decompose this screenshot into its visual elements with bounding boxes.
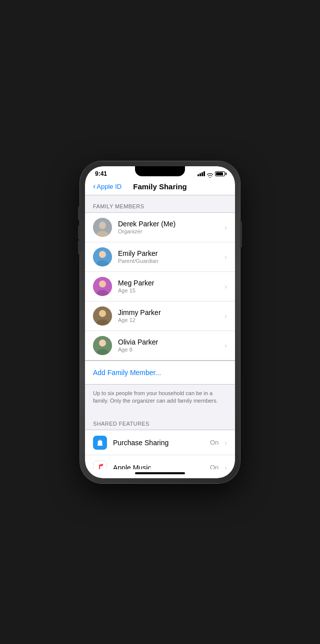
screen: 9:41 [85,166,235,478]
avatar-derek [93,218,112,237]
chevron-icon: › [224,464,227,469]
olivia-subtitle: Age 8 [118,347,220,353]
apple-music-status: On [210,464,218,469]
family-members-header: FAMILY MEMBERS [85,195,235,212]
avatar-meg [93,277,112,296]
apple-music-name: Apple Music [113,464,210,469]
page-title: Family Sharing [133,182,187,191]
olivia-info: Olivia Parker Age 8 [118,338,220,353]
shared-features-list: Purchase Sharing On › [85,430,235,469]
back-label: Apple ID [96,183,122,190]
add-member-label: Add Family Member... [93,369,161,377]
avatar-emily [93,247,112,266]
signal-icon [198,171,205,176]
meg-subtitle: Age 15 [118,287,220,293]
back-button[interactable]: ‹ Apple ID [93,182,133,190]
status-icons [198,171,225,176]
battery-icon [215,171,225,176]
svg-point-1 [99,221,106,229]
status-bar: 9:41 [85,166,235,179]
chevron-icon: › [224,282,227,290]
svg-point-7 [99,280,106,287]
family-member-olivia[interactable]: Olivia Parker Age 8 › [85,331,235,360]
home-bar [135,472,185,474]
purchase-sharing-icon [93,436,107,450]
family-member-meg[interactable]: Meg Parker Age 15 › [85,272,235,301]
description-text: Up to six people from your household can… [85,385,235,413]
apple-music-icon [93,461,107,469]
chevron-icon: › [224,253,227,261]
phone-screen-container: 9:41 [85,166,235,478]
family-member-derek[interactable]: Derek Parker (Me) Organizer › [85,213,235,242]
jimmy-subtitle: Age 12 [118,317,220,323]
derek-info: Derek Parker (Me) Organizer [118,220,220,234]
shared-features-header: SHARED FEATURES [85,413,235,430]
meg-info: Meg Parker Age 15 [118,279,220,293]
jimmy-info: Jimmy Parker Age 12 [118,308,220,323]
jimmy-name: Jimmy Parker [118,308,220,316]
scroll-content[interactable]: FAMILY MEMBERS Derek Parker (Me) [85,195,235,469]
wifi-icon [207,171,213,176]
avatar-olivia [93,336,112,355]
family-member-emily[interactable]: Emily Parker Parent/Guardian › [85,242,235,272]
chevron-icon: › [224,439,227,447]
meg-name: Meg Parker [118,279,220,287]
family-member-jimmy[interactable]: Jimmy Parker Age 12 › [85,301,235,331]
chevron-icon: › [224,342,227,350]
phone-device: 9:41 [80,161,240,483]
family-members-list: Derek Parker (Me) Organizer › [85,212,235,361]
back-arrow-icon: ‹ [93,182,96,190]
olivia-name: Olivia Parker [118,338,220,346]
purchase-sharing-status: On [210,439,218,446]
emily-name: Emily Parker [118,249,220,257]
emily-info: Emily Parker Parent/Guardian [118,249,220,264]
svg-point-13 [99,340,106,347]
status-time: 9:41 [95,170,107,177]
avatar-jimmy [93,306,112,326]
svg-point-10 [99,310,106,317]
derek-name: Derek Parker (Me) [118,220,220,228]
svg-point-4 [99,251,106,258]
add-family-member-button[interactable]: Add Family Member... [85,361,235,385]
feature-purchase-sharing[interactable]: Purchase Sharing On › [85,430,235,455]
chevron-icon: › [224,223,227,231]
derek-subtitle: Organizer [118,228,220,234]
navigation-bar: ‹ Apple ID Family Sharing [85,179,235,195]
emily-subtitle: Parent/Guardian [118,258,220,264]
chevron-icon: › [224,312,227,320]
purchase-sharing-name: Purchase Sharing [113,439,210,447]
home-indicator [85,469,235,478]
feature-apple-music[interactable]: Apple Music On › [85,455,235,469]
notch [135,166,185,176]
